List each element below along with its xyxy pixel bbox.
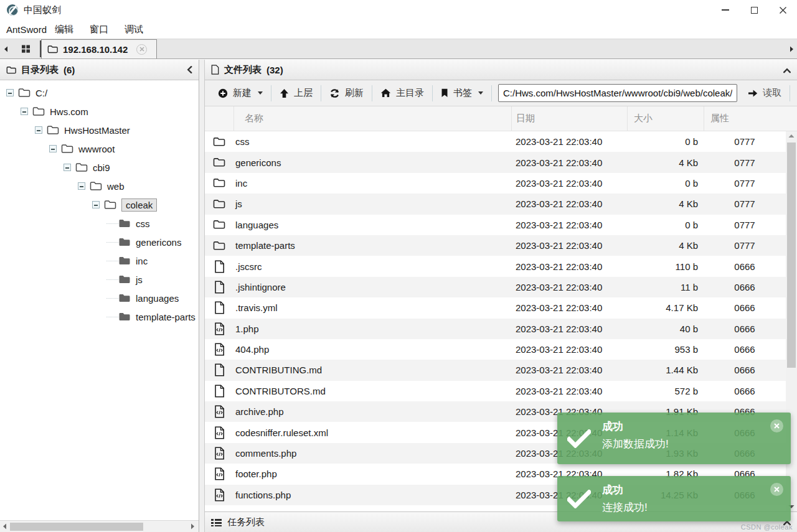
file-date: 2023-03-21 22:03:40: [511, 324, 627, 334]
toast-close-button[interactable]: [770, 419, 783, 432]
tree-collapse-toggle[interactable]: [78, 182, 85, 190]
read-button-label: 读取: [763, 87, 781, 99]
tree-collapse-toggle[interactable]: [35, 126, 42, 134]
tree-node-coleak[interactable]: coleak: [0, 195, 199, 214]
tree-node-template-parts[interactable]: template-parts: [0, 307, 199, 326]
scroll-left-icon[interactable]: [2, 523, 7, 530]
new-button[interactable]: 新建: [210, 80, 271, 106]
read-button[interactable]: 读取: [740, 80, 790, 106]
table-row[interactable]: js2023-03-21 22:03:404 Kb0777: [205, 194, 786, 214]
scrollbar-thumb[interactable]: [787, 142, 796, 368]
code-file-icon: [205, 426, 233, 439]
tree-connector: [106, 298, 118, 299]
tree-node-label: coleak: [121, 198, 157, 212]
table-row[interactable]: genericons2023-03-21 22:03:404 Kb0777: [205, 152, 786, 172]
tab-scroll-right-button[interactable]: [786, 39, 797, 58]
tree-node-inc[interactable]: inc: [0, 251, 199, 270]
tree-node-c[interactable]: C:/: [0, 83, 199, 102]
close-button[interactable]: [768, 0, 797, 20]
file-name: .travis.yml: [233, 302, 511, 313]
directory-panel-count: (6): [64, 65, 75, 75]
tree-node-label: languages: [136, 293, 179, 304]
folder-icon: [205, 178, 233, 188]
tab-scroll-left-button[interactable]: [0, 39, 11, 58]
tree-node-js[interactable]: js: [0, 270, 199, 289]
header-attr[interactable]: 属性: [704, 106, 786, 131]
tree-node-genericons[interactable]: genericons: [0, 233, 199, 251]
file-date: 2023-03-21 22:03:40: [511, 261, 627, 272]
table-row[interactable]: .jscsrc2023-03-21 22:03:40110 b0666: [205, 256, 786, 276]
table-row[interactable]: 404.php2023-03-21 22:03:40953 b0666: [205, 339, 786, 360]
menu-edit[interactable]: 编辑: [55, 24, 82, 35]
scroll-right-icon[interactable]: [191, 523, 195, 530]
file-attr: 0777: [704, 178, 786, 189]
minimize-button[interactable]: [711, 0, 740, 20]
table-row[interactable]: template-parts2023-03-21 22:03:404 Kb077…: [205, 235, 786, 256]
header-size[interactable]: 大小: [627, 106, 704, 131]
tree-node-css[interactable]: css: [0, 214, 199, 233]
folder-icon: [205, 220, 233, 230]
table-row[interactable]: languages2023-03-21 22:03:400 b0777: [205, 215, 786, 235]
scroll-up-icon[interactable]: [788, 134, 795, 138]
home-button-label: 主目录: [396, 87, 424, 99]
tree-collapse-toggle[interactable]: [6, 89, 14, 96]
header-name[interactable]: 名称: [233, 106, 511, 131]
file-panel-collapse-button[interactable]: [783, 65, 791, 75]
tree-collapse-toggle[interactable]: [92, 201, 100, 208]
table-row[interactable]: css2023-03-21 22:03:400 b0777: [205, 131, 786, 152]
table-row[interactable]: 1.php2023-03-21 22:03:4040 b0666: [205, 319, 786, 339]
file-date: 2023-03-21 22:03:40: [511, 178, 627, 189]
tab-shell-session[interactable]: 192.168.10.142: [41, 39, 157, 58]
up-button[interactable]: 上层: [271, 80, 321, 106]
home-button[interactable]: 主目录: [372, 80, 432, 106]
home-icon: [380, 88, 391, 98]
table-row[interactable]: CONTRIBUTORS.md2023-03-21 22:03:40572 b0…: [205, 381, 786, 401]
refresh-button[interactable]: 刷新: [321, 80, 372, 106]
panel-splitter[interactable]: [199, 60, 204, 532]
file-name: js: [233, 198, 511, 209]
check-icon: [567, 429, 591, 448]
table-row[interactable]: inc2023-03-21 22:03:400 b0777: [205, 173, 786, 194]
file-attr: 0666: [704, 386, 786, 396]
sidebar-horizontal-scrollbar[interactable]: [0, 520, 199, 532]
bookmark-button[interactable]: 书签: [433, 80, 491, 106]
tree-node-languages[interactable]: languages: [0, 289, 199, 307]
file-size: 4 Kb: [627, 240, 704, 251]
folder-icon: [47, 125, 59, 135]
file-name: template-parts: [233, 240, 511, 251]
file-attr: 0777: [704, 136, 786, 147]
table-row[interactable]: .jshintignore2023-03-21 22:03:4011 b0666: [205, 277, 786, 297]
code-file-icon: [205, 488, 233, 502]
path-input[interactable]: [498, 84, 737, 102]
directory-panel-collapse-button[interactable]: [187, 65, 192, 75]
tree-node-hwshostmaster[interactable]: HwsHostMaster: [0, 121, 199, 139]
tree-node-cbi9[interactable]: cbi9: [0, 158, 199, 177]
tree-collapse-toggle[interactable]: [49, 145, 57, 152]
tree-node-hws-com[interactable]: Hws.com: [0, 102, 199, 121]
menu-window[interactable]: 窗口: [90, 24, 116, 35]
toast-message: 连接成功!: [602, 500, 766, 515]
header-date[interactable]: 日期: [511, 106, 627, 131]
directory-tree: C:/Hws.comHwsHostMasterwwwrootcbi9webcol…: [0, 80, 199, 520]
file-size: 0 b: [627, 178, 704, 189]
tree-node-wwwroot[interactable]: wwwroot: [0, 139, 199, 158]
maximize-button[interactable]: [740, 0, 768, 20]
menu-debug[interactable]: 调试: [125, 24, 151, 35]
code-file-icon: [205, 322, 233, 335]
toast-notification: 成功 连接成功!: [557, 476, 791, 521]
scrollbar-thumb[interactable]: [10, 523, 143, 531]
tab-home-grid-button[interactable]: [11, 39, 40, 58]
table-row[interactable]: CONTRIBUTING.md2023-03-21 22:03:401.44 K…: [205, 360, 786, 380]
tree-node-web[interactable]: web: [0, 177, 199, 195]
arrow-up-icon: [280, 88, 289, 98]
code-file-icon: [205, 467, 233, 480]
toast-close-button[interactable]: [770, 483, 783, 496]
tree-collapse-toggle[interactable]: [64, 164, 71, 171]
table-row[interactable]: .travis.yml2023-03-21 22:03:404.17 Kb066…: [205, 297, 786, 318]
folder-icon: [6, 66, 16, 74]
file-size: 953 b: [627, 344, 704, 355]
tab-close-button[interactable]: [136, 44, 147, 55]
folder-solid-icon: [118, 293, 131, 303]
tree-collapse-toggle[interactable]: [21, 108, 28, 115]
menu-antsword[interactable]: AntSword: [6, 24, 47, 35]
